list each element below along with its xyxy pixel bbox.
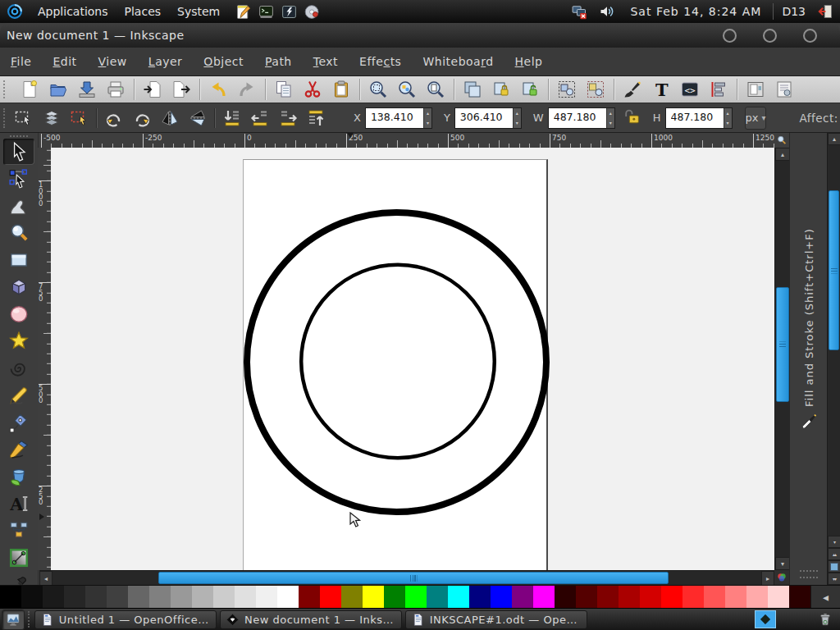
spinner[interactable]: ▴▾ [606, 108, 614, 128]
tool-calligraphy[interactable] [3, 436, 34, 463]
taskbar-window-button[interactable]: INKSCAPE#1.odt — Open… [405, 610, 587, 629]
tool-star[interactable] [3, 328, 34, 354]
vertical-scrollbar[interactable]: ▴ ▾ [774, 148, 789, 570]
toolbar-grip[interactable] [3, 108, 5, 128]
menu-whiteboard[interactable]: Whiteboard [412, 55, 504, 68]
spinner[interactable]: ▴▾ [513, 108, 521, 128]
palette-swatch[interactable] [235, 586, 256, 608]
horizontal-ruler[interactable]: -500-250025050075010001250 [39, 133, 774, 148]
close-button[interactable] [803, 29, 817, 43]
fill-and-stroke-dock-tab[interactable]: Fill and Stroke (Shift+Ctrl+F) [793, 136, 824, 456]
tool-connector[interactable] [3, 518, 34, 544]
w-input[interactable] [549, 108, 606, 126]
tool-rect[interactable] [3, 247, 34, 273]
palette-swatch[interactable] [555, 586, 576, 608]
copy-button[interactable] [273, 79, 294, 100]
tool-gradient[interactable] [3, 545, 34, 571]
tool-zoom[interactable] [3, 220, 34, 246]
lower-to-bottom-button[interactable] [221, 107, 243, 129]
taskbar-window-button[interactable]: Untitled 1 — OpenOffice.… [34, 610, 217, 629]
palette-swatch[interactable] [171, 586, 192, 608]
deselect-button[interactable] [68, 107, 90, 129]
undo-button[interactable] [208, 79, 229, 100]
doc-properties-button[interactable] [745, 79, 766, 100]
palette-swatch[interactable] [0, 586, 21, 608]
rotate-ccw-button[interactable] [103, 107, 125, 129]
palette-swatch[interactable] [448, 586, 469, 608]
palette-swatch[interactable] [768, 586, 789, 608]
palette-swatch[interactable] [405, 586, 427, 608]
scroll-left-arrow[interactable]: ◂ [39, 571, 52, 586]
w-field[interactable]: ▴▾ [548, 107, 615, 129]
clock[interactable]: Sat Feb 14, 8:24 AM [623, 5, 768, 18]
palette-swatch[interactable] [256, 586, 277, 608]
tool-text[interactable]: A [3, 491, 34, 517]
lower-button[interactable] [249, 107, 271, 129]
dock-grip[interactable] [800, 570, 818, 578]
palette-swatch[interactable] [43, 586, 64, 608]
ungroup-button[interactable] [585, 79, 606, 100]
palette-swatch[interactable] [107, 586, 128, 608]
h-input[interactable] [666, 108, 724, 126]
raise-to-top-button[interactable] [304, 107, 326, 129]
group-button[interactable] [556, 79, 578, 100]
dock-collapse-down-icon[interactable]: ▾▾ [828, 573, 840, 585]
lock-ratio-button[interactable] [623, 107, 641, 129]
duplicate-button[interactable] [462, 79, 483, 100]
palette-scroll-left-icon[interactable]: ◂ [810, 586, 840, 608]
menu-layer[interactable]: Layer [138, 55, 194, 68]
menu-view[interactable]: View [88, 55, 138, 68]
taskbar-window-button[interactable]: New document 1 — Inks… [220, 610, 402, 629]
menu-effects[interactable]: Effects [349, 55, 412, 68]
palette-swatch[interactable] [341, 586, 363, 608]
fill-stroke-dialog-button[interactable] [622, 79, 643, 100]
doc-new-button[interactable] [19, 79, 40, 100]
align-dialog-button[interactable] [708, 79, 729, 100]
palette-swatch[interactable] [299, 586, 320, 608]
doc-save-button[interactable] [76, 79, 98, 100]
palette-swatch[interactable] [619, 586, 640, 608]
minimize-button[interactable] [723, 29, 737, 43]
horizontal-scrollbar-thumb[interactable] [158, 572, 669, 584]
trash-icon[interactable] [815, 609, 835, 629]
dock-scroll-down-arrow[interactable]: ▾ [828, 536, 840, 548]
scroll-right-arrow[interactable]: ▸ [761, 571, 774, 586]
dock-collapse-up-icon[interactable]: ▴▴ [828, 548, 840, 560]
zoom-selection-button[interactable] [368, 79, 389, 100]
h-field[interactable]: ▴▾ [665, 107, 733, 129]
tool-pencil[interactable] [3, 382, 34, 409]
palette-swatch[interactable] [128, 586, 149, 608]
dock-scroll-up-arrow[interactable]: ▴ [828, 133, 840, 145]
palette-swatch[interactable] [576, 586, 597, 608]
palette-swatch[interactable] [533, 586, 555, 608]
tool-select[interactable] [3, 139, 34, 165]
zoom-page-button[interactable] [425, 79, 446, 100]
workspace-switcher[interactable] [755, 610, 776, 628]
window-titlebar[interactable]: New document 1 — Inkscape [0, 23, 840, 48]
tool-dropper[interactable] [3, 572, 34, 585]
y-input[interactable] [455, 108, 513, 126]
dock-page-icon[interactable] [828, 560, 840, 573]
screenshot-app-launcher[interactable] [279, 2, 299, 21]
panel-menu-applications[interactable]: Applications [30, 5, 116, 18]
panel-menu-places[interactable]: Places [116, 5, 170, 18]
zoom-corner-button[interactable] [774, 133, 789, 148]
palette-swatch[interactable] [469, 586, 491, 608]
tool-bezier[interactable] [3, 409, 34, 436]
dock-scrollbar-thumb[interactable] [829, 190, 839, 350]
select-all-layers-button[interactable] [40, 107, 62, 129]
clone-button[interactable] [491, 79, 512, 100]
drawn-circle[interactable] [301, 265, 495, 459]
y-field[interactable]: ▴▾ [454, 107, 522, 129]
palette-swatch[interactable] [363, 586, 384, 608]
palette-swatch[interactable] [725, 586, 746, 608]
toolbar-grip[interactable] [3, 80, 10, 98]
menu-text[interactable]: Text [303, 55, 349, 68]
logout-icon[interactable] [815, 2, 835, 21]
palette-swatch[interactable] [597, 586, 619, 608]
xml-editor-button[interactable]: <> [679, 79, 701, 100]
preferences-button[interactable] [774, 79, 795, 100]
user-switcher[interactable]: D13 [778, 5, 809, 18]
export-button[interactable] [171, 79, 192, 100]
palette-swatch[interactable] [746, 586, 768, 608]
